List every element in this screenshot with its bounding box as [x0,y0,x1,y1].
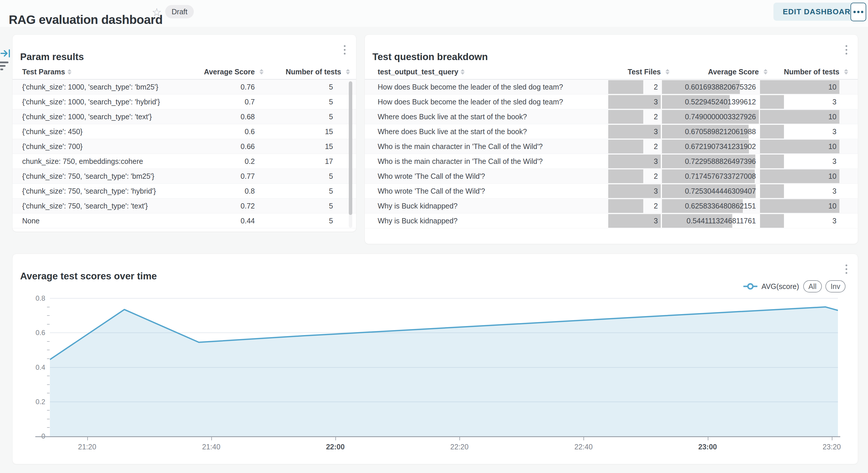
y-axis-label: 0.8 [22,294,45,302]
average-score-cell[interactable]: 0.5441113246811761 [662,213,759,228]
param-cell[interactable]: {'chunk_size': 750, 'search_type': 'hybr… [22,187,179,195]
number-of-tests-cell[interactable]: 3 [760,184,839,199]
tests-cell[interactable]: 5 [255,202,333,210]
tests-cell[interactable]: 5 [255,83,333,91]
column-header-number-of-tests[interactable]: Number of tests [760,68,839,76]
average-score-cell[interactable]: 0.6016938820675326 [662,79,759,95]
test-files-cell[interactable]: 2 [608,199,661,213]
number-of-tests-cell[interactable]: 10 [760,199,839,213]
cell-value: 0.7229588826497396 [685,157,759,166]
score-cell[interactable]: 0.66 [179,142,255,151]
column-header-average-score[interactable]: Average Score [171,68,255,76]
query-cell[interactable]: Where does Buck live at the start of the… [378,112,607,121]
number-of-tests-cell[interactable]: 3 [760,95,839,109]
average-score-cell[interactable]: 0.5229452401399612 [662,95,759,109]
query-cell[interactable]: Why is Buck kidnapped? [378,202,607,210]
average-score-cell[interactable]: 0.7174576733727008 [662,169,759,184]
test-files-cell[interactable]: 2 [608,139,661,154]
score-cell[interactable]: 0.2 [179,157,255,166]
column-header-test-query[interactable]: test_output_test_query [378,68,607,76]
scrollbar-thumb[interactable] [349,81,352,215]
average-score-cell[interactable]: 0.6721907341231902 [662,139,759,154]
card-menu-kebab-icon[interactable] [340,44,349,56]
more-options-button[interactable] [850,3,866,21]
tests-cell[interactable]: 5 [255,217,333,225]
tests-cell[interactable]: 5 [255,98,333,106]
test-files-cell[interactable]: 3 [608,95,661,109]
legend-series-label[interactable]: AVG(score) [762,282,799,291]
score-cell[interactable]: 0.72 [179,202,255,210]
favorite-star-icon[interactable]: ☆ [152,6,162,19]
score-cell[interactable]: 0.6 [179,128,255,136]
param-cell[interactable]: None [22,217,179,225]
query-cell[interactable]: Who wrote 'The Call of the Wild'? [378,172,607,180]
number-of-tests-cell[interactable]: 10 [760,139,839,154]
test-files-cell[interactable]: 2 [608,79,661,95]
card-menu-kebab-icon[interactable] [842,44,851,56]
tests-cell[interactable]: 15 [255,142,333,151]
tests-cell[interactable]: 5 [255,187,333,195]
test-files-cell[interactable]: 2 [608,169,661,184]
query-cell[interactable]: Who is the main character in 'The Call o… [378,142,607,151]
param-cell[interactable]: {'chunk_size': 750, 'search_type': 'bm25… [22,172,179,180]
query-cell[interactable]: Who is the main character in 'The Call o… [378,157,607,166]
query-cell[interactable]: Where does Buck live at the start of the… [378,128,607,136]
sidebar-expand-icon[interactable] [1,48,11,58]
query-cell[interactable]: Why is Buck kidnapped? [378,217,607,225]
cell-data-bar [608,155,661,168]
cell-value: 3 [654,157,661,166]
column-header-test-files[interactable]: Test Files [608,68,661,76]
query-cell[interactable]: How does Buck become the leader of the s… [378,83,607,91]
query-cell[interactable]: How does Buck become the leader of the s… [378,98,607,106]
param-cell[interactable]: {'chunk_size': 700} [22,142,179,151]
number-of-tests-cell[interactable]: 10 [760,169,839,184]
param-cell[interactable]: chunk_size: 750, embeddings:cohere [22,157,179,166]
test-files-cell[interactable]: 3 [608,184,661,199]
score-cell[interactable]: 0.77 [179,172,255,180]
score-cell[interactable]: 0.68 [179,112,255,121]
avg-score-area-chart[interactable] [50,298,838,437]
query-cell[interactable]: Who wrote 'The Call of the Wild'? [378,187,607,195]
tests-cell[interactable]: 15 [255,128,333,136]
param-cell[interactable]: {'chunk_size': 1000, 'search_type': 'hyb… [22,98,179,106]
tests-cell[interactable]: 17 [255,157,333,166]
x-axis-tick [87,437,88,440]
score-cell[interactable]: 0.7 [179,98,255,106]
legend-all-button[interactable]: All [803,280,822,293]
number-of-tests-cell[interactable]: 10 [760,109,839,124]
test-files-cell[interactable]: 3 [608,213,661,228]
param-cell[interactable]: {'chunk_size': 1000, 'search_type': 'tex… [22,112,179,121]
filter-icon[interactable] [0,61,10,72]
cell-value: 0.6721907341231902 [685,142,759,151]
tests-cell[interactable]: 5 [255,112,333,121]
column-header-test-params[interactable]: Test Params [22,68,171,76]
param-cell[interactable]: {'chunk_size': 450} [22,128,179,136]
average-score-cell[interactable]: 0.7229588826497396 [662,154,759,169]
number-of-tests-cell[interactable]: 3 [760,124,839,139]
y-axis-label: 0.6 [22,329,45,337]
legend-inv-button[interactable]: Inv [826,280,845,293]
column-header-number-of-tests[interactable]: Number of tests [255,68,341,76]
score-cell[interactable]: 0.8 [179,187,255,195]
average-score-cell[interactable]: 0.7253044446309407 [662,184,759,199]
score-cell[interactable]: 0.76 [179,83,255,91]
series-area-fill [50,307,838,436]
average-score-cell[interactable]: 0.6258336480862151 [662,199,759,213]
number-of-tests-cell[interactable]: 3 [760,213,839,228]
test-files-cell[interactable]: 2 [608,109,661,124]
average-score-cell[interactable]: 0.6705898212061988 [662,124,759,139]
number-of-tests-cell[interactable]: 10 [760,79,839,95]
average-score-cell[interactable]: 0.7490000003327926 [662,109,759,124]
column-header-average-score[interactable]: Average Score [662,68,759,76]
tests-cell[interactable]: 5 [255,172,333,180]
card-menu-kebab-icon[interactable] [842,263,851,275]
table-scrollbar[interactable] [349,81,352,228]
test-files-cell[interactable]: 3 [608,124,661,139]
number-of-tests-cell[interactable]: 3 [760,154,839,169]
test-files-cell[interactable]: 3 [608,154,661,169]
param-cell[interactable]: {'chunk_size': 1000, 'search_type': 'bm2… [22,83,179,91]
score-cell[interactable]: 0.44 [179,217,255,225]
param-cell[interactable]: {'chunk_size': 750, 'search_type': 'text… [22,202,179,210]
x-axis-tick [708,437,708,440]
sort-icon [461,69,465,75]
